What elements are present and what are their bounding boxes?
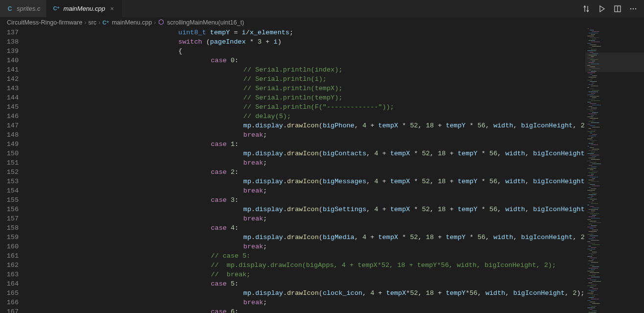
line-number: 158 [0,223,19,233]
breadcrumb-item[interactable]: src [88,19,96,26]
code-line[interactable]: break; [32,130,585,140]
line-number: 141 [0,65,19,74]
line-number: 163 [0,270,19,279]
breadcrumb-item[interactable]: CircuitMess-Ringo-firmware [7,19,82,26]
code-line[interactable]: break; [32,242,585,251]
breadcrumb-item[interactable]: C⁺mainMenu.cpp [102,19,152,26]
tab-label: sprites.c [17,5,40,12]
code-line[interactable]: // case 5: [32,251,585,261]
line-number: 145 [0,102,19,112]
tab-mainMenu-cpp[interactable]: C⁺mainMenu.cpp× [47,0,122,17]
line-number: 153 [0,177,19,186]
code-line[interactable]: mp.display.drawIcon(bigMedia, 4 + tempX … [32,233,585,242]
split-icon[interactable] [614,5,621,13]
chevron-right-icon: › [154,19,156,26]
line-number: 149 [0,140,19,149]
code-line[interactable]: mp.display.drawIcon(bigContacts, 4 + tem… [32,149,585,158]
code-line[interactable]: // mp.display.drawIcon(bigApps, 4 + temp… [32,261,585,270]
line-number: 156 [0,205,19,214]
line-number: 143 [0,84,19,93]
code-line[interactable]: break; [32,298,585,307]
code-line[interactable]: // break; [32,270,585,279]
breadcrumb[interactable]: CircuitMess-Ringo-firmware›src›C⁺mainMen… [0,17,644,28]
line-number: 140 [0,56,19,65]
line-number: 137 [0,28,19,37]
line-number: 152 [0,168,19,177]
code-line[interactable]: // Serial.println(i); [32,74,585,84]
chevron-right-icon: › [84,19,86,26]
code-line[interactable]: case 1: [32,140,585,149]
close-icon[interactable]: × [108,5,116,12]
breadcrumb-item[interactable]: scrollingMainMenu(uint16_t) [158,19,244,27]
line-number: 161 [0,251,19,261]
line-number: 148 [0,130,19,140]
code-line[interactable]: break; [32,158,585,168]
code-line[interactable]: mp.display.drawIcon(bigPhone, 4 + tempX … [32,121,585,130]
line-number: 146 [0,112,19,121]
line-number: 139 [0,47,19,56]
line-number: 165 [0,289,19,298]
line-number: 160 [0,242,19,251]
code-content[interactable]: uint8_t tempY = i/x_elements; switch (pa… [27,28,585,313]
line-number: 157 [0,214,19,223]
code-line[interactable]: uint8_t tempY = i/x_elements; [32,28,585,37]
code-line[interactable]: // Serial.println(tempY); [32,93,585,102]
code-line[interactable]: break; [32,214,585,223]
code-line[interactable]: mp.display.drawIcon(bigSettings, 4 + tem… [32,205,585,214]
c-file-icon: C [6,5,14,13]
breadcrumb-label: src [88,19,96,26]
code-line[interactable]: { [32,47,585,56]
line-number: 154 [0,186,19,195]
line-number: 138 [0,37,19,47]
line-number: 167 [0,307,19,313]
more-icon[interactable] [629,5,637,13]
code-line[interactable]: switch (pageIndex * 3 + i) [32,37,585,47]
minimap[interactable]: ▬▬▬ ▬▬▬▬▬▬▬ ▬▬▬▬▬▬▬▬▬▬▬▬ ▬▬▬▬▬▬▬▬▬▬▬▬▬▬▬… [585,28,644,313]
line-number: 147 [0,121,19,130]
line-number: 166 [0,298,19,307]
cpp-file-icon: C⁺ [52,5,60,13]
line-number: 151 [0,158,19,168]
symbol-method-icon [158,19,165,27]
code-line[interactable]: // delay(5); [32,112,585,121]
code-line[interactable]: break; [32,186,585,195]
svg-point-2 [630,8,631,9]
svg-point-3 [633,8,634,9]
code-line[interactable]: case 3: [32,195,585,205]
svg-point-4 [635,8,636,9]
tab-sprites-c[interactable]: Csprites.c [0,0,47,17]
compare-icon[interactable] [582,5,590,13]
line-number: 155 [0,195,19,205]
line-number: 150 [0,149,19,158]
line-number: 142 [0,74,19,84]
code-line[interactable]: // Serial.println(tempX); [32,84,585,93]
code-line[interactable]: case 4: [32,223,585,233]
breadcrumb-label: CircuitMess-Ringo-firmware [7,19,82,26]
code-line[interactable]: // Serial.println(F("-------------")); [32,102,585,112]
tab-bar: Csprites.cC⁺mainMenu.cpp× [0,0,644,17]
breadcrumb-label: scrollingMainMenu(uint16_t) [167,19,244,26]
line-number: 162 [0,261,19,270]
cpp-file-icon: C⁺ [102,20,109,26]
run-icon[interactable] [598,5,606,13]
code-line[interactable]: case 6: [32,307,585,313]
code-line[interactable]: case 0: [32,56,585,65]
code-line[interactable]: mp.display.drawIcon(bigMessages, 4 + tem… [32,177,585,186]
line-number: 144 [0,93,19,102]
editor-toolbar [575,0,644,17]
tab-label: mainMenu.cpp [63,5,105,12]
code-line[interactable]: case 5: [32,279,585,289]
editor-area[interactable]: 1371381391401411421431441451461471481491… [0,28,644,313]
code-line[interactable]: case 2: [32,168,585,177]
line-number: 164 [0,279,19,289]
breadcrumb-label: mainMenu.cpp [112,19,152,26]
line-number: 159 [0,233,19,242]
code-line[interactable]: mp.display.drawIcon(clock_icon, 4 + temp… [32,289,585,298]
chevron-right-icon: › [98,19,100,26]
code-line[interactable]: // Serial.println(index); [32,65,585,74]
line-gutter: 1371381391401411421431441451461471481491… [0,28,27,313]
